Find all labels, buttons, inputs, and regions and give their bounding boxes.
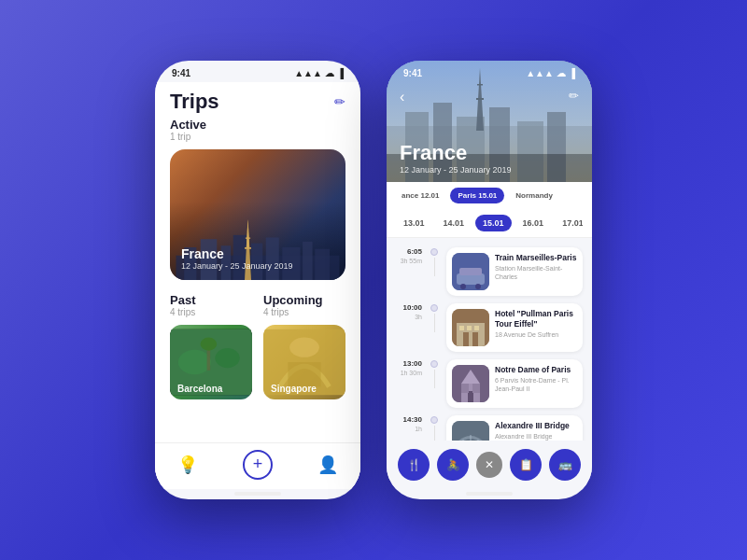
barcelona-label: Barcelona	[177, 384, 222, 394]
hero-date-range: 12 January - 25 January 2019	[400, 165, 512, 175]
hotel-icon-col	[428, 303, 441, 332]
trips-header: Trips ✏	[170, 90, 345, 114]
day-tabs: 13.01 14.01 15.01 16.01 17.01	[396, 215, 583, 231]
train-dot	[430, 248, 438, 256]
action-bike-btn[interactable]: 🚴	[437, 449, 469, 481]
notredame-thumb-svg	[452, 365, 489, 402]
back-icon[interactable]: ‹	[400, 89, 404, 105]
upcoming-count: 4 trips	[263, 307, 345, 317]
past-label: Past	[170, 293, 252, 307]
hotel-time-col: 10:00 3h	[396, 303, 422, 320]
hotel-dot	[430, 304, 438, 312]
seg-tab-paris[interactable]: Paris 15.01	[450, 188, 504, 203]
bridge-dot	[430, 416, 438, 424]
train-line	[434, 258, 435, 276]
itin-item-hotel: 10:00 3h	[387, 300, 592, 356]
svg-point-17	[215, 348, 239, 368]
train-time-col: 6:05 3h 55m	[396, 247, 422, 264]
signal-icon: ▲▲▲	[294, 68, 322, 78]
train-thumb	[452, 253, 489, 290]
svg-rect-43	[472, 332, 478, 346]
action-bus-btn[interactable]: 🚌	[549, 449, 581, 481]
upcoming-col: Upcoming 4 trips Singapore	[263, 293, 345, 399]
notredame-icon-col	[428, 359, 441, 388]
hotel-card[interactable]: Hotel "Pullman Paris Tour Eiffel" 18 Ave…	[446, 303, 583, 352]
notredame-time: 13:00	[396, 359, 422, 369]
notredame-card[interactable]: Notre Dame of Paris 6 Parvis Notre-Dame …	[446, 359, 583, 408]
svg-rect-9	[315, 249, 330, 280]
bridge-thumb-svg	[452, 421, 489, 441]
svg-point-38	[460, 284, 466, 289]
segment-tabs: ance 12.01 Paris 15.01 Normandy	[387, 182, 592, 207]
edit-trips-icon[interactable]: ✏	[334, 94, 345, 109]
bridge-card[interactable]: Alexandre III Bridge Alexandre III Bridg…	[446, 415, 583, 441]
svg-rect-42	[463, 332, 469, 346]
bridge-info: Alexandre III Bridge Alexandre III Bridg…	[495, 421, 577, 441]
past-count: 4 trips	[170, 307, 252, 317]
status-bar-trips: 9:41 ▲▲▲ ☁ ▐	[155, 61, 360, 82]
svg-rect-32	[476, 98, 484, 100]
notredame-sub: 6 Parvis Notre-Dame - Pl. Jean-Paul II	[495, 376, 577, 393]
barcelona-card[interactable]: Barcelona	[170, 325, 252, 399]
action-close-btn[interactable]: ✕	[476, 452, 502, 478]
nav-profile-icon[interactable]: 👤	[317, 455, 338, 475]
hero-edit-icon[interactable]: ✏	[569, 89, 579, 103]
svg-rect-51	[461, 384, 469, 393]
day-tab-17[interactable]: 17.01	[555, 215, 583, 231]
upcoming-label: Upcoming	[263, 293, 345, 307]
day-tab-16[interactable]: 16.01	[515, 215, 552, 231]
singapore-label: Singapore	[271, 384, 317, 394]
seg-tab-normandy[interactable]: Normandy	[508, 188, 560, 203]
train-name: Train Marseilles-Paris	[495, 253, 577, 263]
bridge-icon-col	[428, 415, 441, 441]
action-restaurant-btn[interactable]: 🍴	[398, 449, 430, 481]
active-trip-card[interactable]: France 12 January - 25 January 2019	[170, 149, 345, 280]
svg-rect-45	[467, 326, 472, 330]
singapore-card[interactable]: Singapore	[263, 325, 345, 399]
home-indicator-1	[234, 492, 281, 496]
hotel-sub: 18 Avenue De Suffren	[495, 330, 577, 339]
notredame-name: Notre Dame of Paris	[495, 365, 577, 375]
bridge-line	[434, 426, 435, 441]
day-tab-13[interactable]: 13.01	[396, 215, 432, 231]
bridge-time: 14:30	[396, 415, 422, 425]
trips-inner: Trips ✏ Active 1 trip	[155, 82, 360, 442]
time-trips: 9:41	[172, 68, 190, 78]
day-tab-15[interactable]: 15.01	[475, 215, 512, 231]
active-trip-label: France 12 January - 25 January 2019	[181, 246, 293, 271]
action-bar: 🍴 🚴 ✕ 📋 🚌	[387, 441, 592, 489]
svg-rect-52	[472, 384, 480, 393]
hero-section: 9:41 ▲▲▲ ☁ ▐	[387, 61, 592, 182]
phone-trips: 9:41 ▲▲▲ ☁ ▐ Trips ✏ Active 1 trip	[155, 61, 360, 499]
action-doc-btn[interactable]: 📋	[510, 449, 542, 481]
status-bar-detail: 9:41 ▲▲▲ ☁ ▐	[387, 61, 592, 82]
seg-tab-france[interactable]: ance 12.01	[394, 188, 446, 203]
train-dur: 3h 55m	[396, 258, 422, 264]
hotel-name: Hotel "Pullman Paris Tour Eiffel"	[495, 309, 577, 329]
phone-detail: 9:41 ▲▲▲ ☁ ▐	[387, 61, 592, 499]
bridge-sub: Alexandre III Bridge	[495, 432, 577, 441]
hotel-line	[434, 314, 435, 332]
train-info: Train Marseilles-Paris Station Marseille…	[495, 253, 577, 290]
bridge-name: Alexandre III Bridge	[495, 421, 577, 431]
nav-add-button[interactable]: +	[243, 450, 273, 480]
svg-marker-11	[247, 218, 250, 247]
train-card[interactable]: Train Marseilles-Paris Station Marseille…	[446, 247, 583, 296]
itin-item-bridge: 14:30 1h	[387, 412, 592, 441]
bridge-time-col: 14:30 1h	[396, 415, 422, 432]
battery-icon: ▐	[337, 68, 344, 78]
train-time: 6:05	[396, 247, 422, 257]
notredame-time-col: 13:00 1h 30m	[396, 359, 422, 376]
svg-point-16	[178, 350, 211, 374]
day-tabs-outer: 13.01 14.01 15.01 16.01 17.01	[387, 207, 592, 238]
day-tab-14[interactable]: 14.01	[436, 215, 472, 231]
signal-icon-2: ▲▲▲	[526, 68, 554, 78]
hotel-time: 10:00	[396, 303, 422, 313]
active-count: 1 trip	[170, 132, 345, 142]
nav-explore-icon[interactable]: 💡	[177, 455, 198, 475]
past-upcoming-row: Past 4 trips	[170, 293, 345, 399]
bridge-dur: 1h	[396, 426, 422, 432]
svg-point-19	[201, 338, 218, 351]
country-name: France	[400, 141, 512, 165]
trips-title: Trips	[170, 90, 219, 114]
